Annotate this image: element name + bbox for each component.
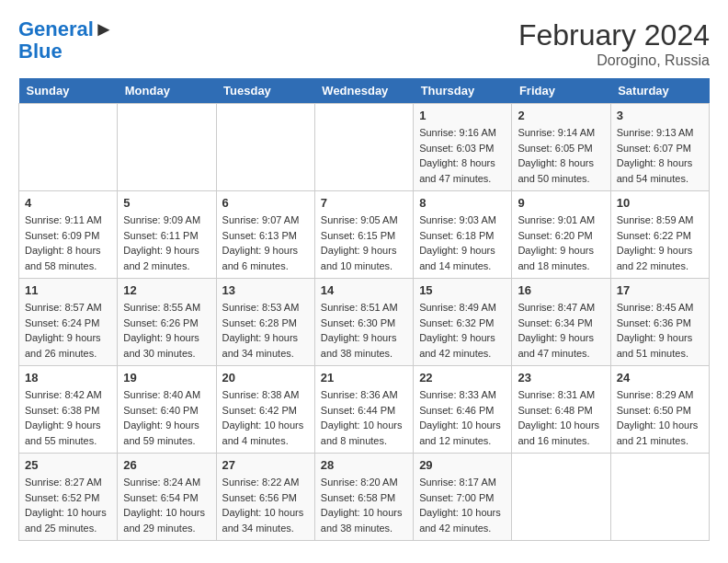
day-info: Sunrise: 9:05 AM Sunset: 6:15 PM Dayligh… (321, 213, 407, 273)
title-block: February 2024 Dorogino, Russia (518, 18, 710, 69)
calendar-cell: 26Sunrise: 8:24 AM Sunset: 6:54 PM Dayli… (118, 454, 216, 541)
calendar-cell: 6Sunrise: 9:07 AM Sunset: 6:13 PM Daylig… (216, 191, 314, 279)
calendar-cell: 22Sunrise: 8:33 AM Sunset: 6:46 PM Dayli… (414, 366, 512, 454)
day-of-week-friday: Friday (512, 78, 610, 104)
day-info: Sunrise: 9:16 AM Sunset: 6:03 PM Dayligh… (419, 125, 506, 186)
calendar-cell: 9Sunrise: 9:01 AM Sunset: 6:20 PM Daylig… (512, 191, 610, 279)
day-of-week-saturday: Saturday (610, 78, 709, 104)
calendar-cell: 3Sunrise: 9:13 AM Sunset: 6:07 PM Daylig… (610, 104, 709, 191)
logo-text2: Blue (18, 40, 114, 63)
calendar-week-row: 25Sunrise: 8:27 AM Sunset: 6:52 PM Dayli… (19, 454, 710, 541)
calendar-cell (610, 454, 709, 541)
day-number: 8 (419, 196, 506, 210)
calendar-week-row: 11Sunrise: 8:57 AM Sunset: 6:24 PM Dayli… (19, 279, 710, 366)
day-number: 4 (25, 196, 111, 210)
day-info: Sunrise: 8:57 AM Sunset: 6:24 PM Dayligh… (25, 300, 111, 361)
day-number: 6 (222, 196, 309, 210)
day-of-week-sunday: Sunday (19, 78, 118, 104)
calendar-week-row: 18Sunrise: 8:42 AM Sunset: 6:38 PM Dayli… (19, 366, 710, 454)
day-number: 23 (518, 371, 604, 385)
day-info: Sunrise: 8:22 AM Sunset: 6:56 PM Dayligh… (222, 475, 309, 535)
calendar-cell (314, 104, 413, 191)
day-number: 17 (617, 283, 703, 297)
day-info: Sunrise: 9:09 AM Sunset: 6:11 PM Dayligh… (123, 213, 210, 273)
day-number: 2 (518, 109, 604, 122)
calendar-cell: 23Sunrise: 8:31 AM Sunset: 6:48 PM Dayli… (512, 366, 610, 454)
day-number: 20 (222, 371, 309, 385)
day-number: 25 (25, 458, 111, 472)
calendar-cell: 11Sunrise: 8:57 AM Sunset: 6:24 PM Dayli… (19, 279, 118, 366)
logo: General► Blue (18, 18, 114, 63)
day-number: 3 (617, 109, 703, 122)
calendar-header-row: SundayMondayTuesdayWednesdayThursdayFrid… (19, 78, 710, 104)
calendar-cell: 10Sunrise: 8:59 AM Sunset: 6:22 PM Dayli… (610, 191, 709, 279)
day-info: Sunrise: 8:27 AM Sunset: 6:52 PM Dayligh… (25, 475, 111, 535)
day-number: 24 (617, 371, 703, 385)
day-number: 11 (25, 283, 111, 297)
page-header: General► Blue February 2024 Dorogino, Ru… (18, 18, 710, 69)
calendar-cell: 5Sunrise: 9:09 AM Sunset: 6:11 PM Daylig… (118, 191, 216, 279)
calendar-cell: 2Sunrise: 9:14 AM Sunset: 6:05 PM Daylig… (512, 104, 610, 191)
day-number: 19 (123, 371, 210, 385)
calendar-cell (512, 454, 610, 541)
day-info: Sunrise: 8:20 AM Sunset: 6:58 PM Dayligh… (321, 475, 407, 535)
calendar-week-row: 1Sunrise: 9:16 AM Sunset: 6:03 PM Daylig… (19, 104, 710, 191)
day-number: 7 (321, 196, 407, 210)
calendar-cell: 25Sunrise: 8:27 AM Sunset: 6:52 PM Dayli… (19, 454, 118, 541)
day-number: 26 (123, 458, 210, 472)
calendar-cell: 28Sunrise: 8:20 AM Sunset: 6:58 PM Dayli… (314, 454, 413, 541)
day-info: Sunrise: 8:38 AM Sunset: 6:42 PM Dayligh… (222, 387, 309, 448)
day-info: Sunrise: 8:29 AM Sunset: 6:50 PM Dayligh… (617, 387, 703, 448)
calendar-cell: 8Sunrise: 9:03 AM Sunset: 6:18 PM Daylig… (414, 191, 512, 279)
day-number: 5 (123, 196, 210, 210)
calendar-cell: 21Sunrise: 8:36 AM Sunset: 6:44 PM Dayli… (314, 366, 413, 454)
calendar-cell: 29Sunrise: 8:17 AM Sunset: 7:00 PM Dayli… (414, 454, 512, 541)
day-info: Sunrise: 9:11 AM Sunset: 6:09 PM Dayligh… (25, 213, 111, 273)
calendar-cell: 1Sunrise: 9:16 AM Sunset: 6:03 PM Daylig… (414, 104, 512, 191)
day-info: Sunrise: 9:03 AM Sunset: 6:18 PM Dayligh… (419, 213, 506, 273)
day-number: 1 (419, 109, 506, 122)
day-info: Sunrise: 8:45 AM Sunset: 6:36 PM Dayligh… (617, 300, 703, 361)
day-info: Sunrise: 8:53 AM Sunset: 6:28 PM Dayligh… (222, 300, 309, 361)
day-number: 9 (518, 196, 604, 210)
calendar-table: SundayMondayTuesdayWednesdayThursdayFrid… (18, 78, 710, 541)
calendar-cell (118, 104, 216, 191)
day-info: Sunrise: 8:42 AM Sunset: 6:38 PM Dayligh… (25, 387, 111, 448)
calendar-cell: 24Sunrise: 8:29 AM Sunset: 6:50 PM Dayli… (610, 366, 709, 454)
day-of-week-monday: Monday (118, 78, 216, 104)
day-info: Sunrise: 8:33 AM Sunset: 6:46 PM Dayligh… (419, 387, 506, 448)
day-number: 22 (419, 371, 506, 385)
calendar-cell: 13Sunrise: 8:53 AM Sunset: 6:28 PM Dayli… (216, 279, 314, 366)
day-of-week-thursday: Thursday (414, 78, 512, 104)
day-number: 13 (222, 283, 309, 297)
day-info: Sunrise: 8:59 AM Sunset: 6:22 PM Dayligh… (617, 213, 703, 273)
location: Dorogino, Russia (518, 52, 710, 69)
day-number: 27 (222, 458, 309, 472)
day-number: 18 (25, 371, 111, 385)
calendar-cell: 20Sunrise: 8:38 AM Sunset: 6:42 PM Dayli… (216, 366, 314, 454)
day-info: Sunrise: 8:47 AM Sunset: 6:34 PM Dayligh… (518, 300, 604, 361)
day-info: Sunrise: 9:14 AM Sunset: 6:05 PM Dayligh… (518, 125, 604, 186)
day-number: 29 (419, 458, 506, 472)
day-info: Sunrise: 8:36 AM Sunset: 6:44 PM Dayligh… (321, 387, 407, 448)
day-of-week-tuesday: Tuesday (216, 78, 314, 104)
day-number: 28 (321, 458, 407, 472)
day-info: Sunrise: 9:07 AM Sunset: 6:13 PM Dayligh… (222, 213, 309, 273)
day-info: Sunrise: 8:31 AM Sunset: 6:48 PM Dayligh… (518, 387, 604, 448)
calendar-cell: 4Sunrise: 9:11 AM Sunset: 6:09 PM Daylig… (19, 191, 118, 279)
calendar-cell: 15Sunrise: 8:49 AM Sunset: 6:32 PM Dayli… (414, 279, 512, 366)
day-number: 14 (321, 283, 407, 297)
day-number: 21 (321, 371, 407, 385)
calendar-cell: 27Sunrise: 8:22 AM Sunset: 6:56 PM Dayli… (216, 454, 314, 541)
day-info: Sunrise: 9:01 AM Sunset: 6:20 PM Dayligh… (518, 213, 604, 273)
calendar-cell: 17Sunrise: 8:45 AM Sunset: 6:36 PM Dayli… (610, 279, 709, 366)
calendar-cell: 12Sunrise: 8:55 AM Sunset: 6:26 PM Dayli… (118, 279, 216, 366)
day-of-week-wednesday: Wednesday (314, 78, 413, 104)
calendar-cell: 16Sunrise: 8:47 AM Sunset: 6:34 PM Dayli… (512, 279, 610, 366)
logo-text: General► (18, 18, 114, 40)
day-info: Sunrise: 8:55 AM Sunset: 6:26 PM Dayligh… (123, 300, 210, 361)
day-info: Sunrise: 9:13 AM Sunset: 6:07 PM Dayligh… (617, 125, 703, 186)
calendar-cell: 14Sunrise: 8:51 AM Sunset: 6:30 PM Dayli… (314, 279, 413, 366)
day-info: Sunrise: 8:24 AM Sunset: 6:54 PM Dayligh… (123, 475, 210, 535)
day-info: Sunrise: 8:40 AM Sunset: 6:40 PM Dayligh… (123, 387, 210, 448)
